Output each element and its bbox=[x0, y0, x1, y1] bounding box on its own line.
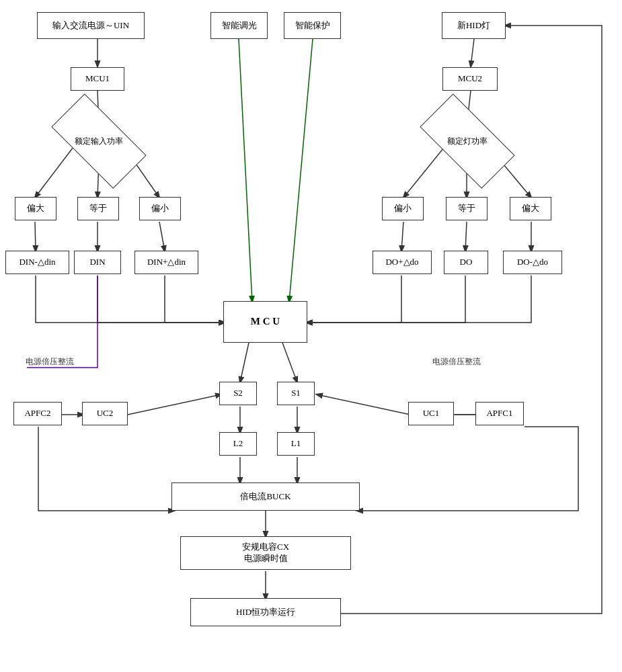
s2-label: S2 bbox=[233, 388, 243, 399]
s2-box: S2 bbox=[219, 382, 257, 405]
xinhid-box: 新HID灯 bbox=[442, 12, 506, 39]
apfc1-label: APFC1 bbox=[486, 408, 512, 419]
din-box: DIN bbox=[74, 251, 121, 274]
apfc2-box: APFC2 bbox=[13, 402, 62, 425]
power-label-right: 电源倍压整流 bbox=[432, 356, 481, 368]
svg-line-19 bbox=[282, 343, 297, 382]
deng-yu-label: 等于 bbox=[89, 203, 107, 214]
din-plus-label: DIN+△din bbox=[147, 257, 186, 268]
do-label: DO bbox=[460, 257, 473, 268]
pian-da-box: 偏大 bbox=[15, 197, 56, 220]
mcu1-box: MCU1 bbox=[71, 67, 124, 91]
zhitiao-box: 智能调光 bbox=[210, 12, 268, 39]
extra-power-diamond: 额定输入功率 bbox=[55, 118, 143, 165]
uc2-box: UC2 bbox=[82, 402, 128, 425]
hid-run-label: HID恒功率运行 bbox=[236, 607, 295, 618]
mcu1-label: MCU1 bbox=[85, 73, 110, 85]
pian-da2-box: 偏大 bbox=[510, 197, 551, 220]
din-minus-box: DIN-△din bbox=[5, 251, 69, 274]
do-minus-box: DO-△do bbox=[503, 251, 562, 274]
power-label-left: 电源倍压整流 bbox=[26, 356, 74, 368]
zhibao-label: 智能保护 bbox=[295, 20, 330, 32]
s1-box: S1 bbox=[277, 382, 315, 405]
power-left-label: 电源倍压整流 bbox=[26, 357, 74, 366]
apfc2-label: APFC2 bbox=[24, 408, 50, 419]
svg-line-18 bbox=[240, 343, 249, 382]
hid-run-box: HID恒功率运行 bbox=[190, 598, 341, 626]
extra-power-label: 额定输入功率 bbox=[75, 136, 123, 146]
apfc1-box: APFC1 bbox=[475, 402, 524, 425]
uc1-label: UC1 bbox=[423, 408, 440, 419]
deng-yu-box: 等于 bbox=[77, 197, 119, 220]
do-plus-box: DO+△do bbox=[373, 251, 432, 274]
svg-line-9 bbox=[289, 39, 313, 302]
l1-label: L1 bbox=[291, 438, 301, 450]
mcu2-box: MCU2 bbox=[442, 67, 498, 91]
svg-line-10 bbox=[471, 39, 474, 67]
din-minus-label: DIN-△din bbox=[19, 257, 55, 268]
zhitiao-label: 智能调光 bbox=[222, 20, 257, 32]
cx-label: 安规电容CX 电源瞬时值 bbox=[242, 542, 289, 564]
mcu2-label: MCU2 bbox=[458, 73, 482, 85]
extra-deng-label: 额定灯功率 bbox=[447, 136, 488, 146]
cx-box: 安规电容CX 电源瞬时值 bbox=[180, 536, 351, 570]
svg-line-15 bbox=[401, 222, 403, 251]
uin-label: 输入交流电源～UIN bbox=[52, 20, 129, 32]
flowchart-diagram: 输入交流电源～UIN MCU1 额定输入功率 偏大 等于 偏小 DIN-△din… bbox=[0, 0, 622, 672]
pian-xiao2-box: 偏小 bbox=[382, 197, 424, 220]
svg-line-27 bbox=[128, 394, 221, 415]
zhibao-box: 智能保护 bbox=[284, 12, 341, 39]
xinhid-label: 新HID灯 bbox=[457, 20, 490, 32]
s1-label: S1 bbox=[291, 388, 301, 399]
power-right-label: 电源倍压整流 bbox=[432, 357, 481, 366]
uin-box: 输入交流电源～UIN bbox=[37, 12, 145, 39]
pian-da2-label: 偏大 bbox=[522, 203, 539, 214]
l1-box: L1 bbox=[277, 432, 315, 456]
deng-yu2-box: 等于 bbox=[446, 197, 488, 220]
mcu-box: M C U bbox=[223, 301, 307, 343]
do-minus-label: DO-△do bbox=[517, 257, 548, 268]
pian-xiao-label: 偏小 bbox=[151, 203, 169, 214]
svg-line-16 bbox=[465, 222, 467, 251]
pian-xiao2-label: 偏小 bbox=[394, 203, 412, 214]
deng-yu2-label: 等于 bbox=[458, 203, 475, 214]
svg-line-30 bbox=[317, 394, 410, 415]
uc1-box: UC1 bbox=[408, 402, 454, 425]
din-label: DIN bbox=[89, 257, 105, 268]
svg-line-8 bbox=[239, 39, 252, 302]
svg-line-5 bbox=[35, 222, 36, 251]
uc2-label: UC2 bbox=[97, 408, 114, 419]
l2-box: L2 bbox=[219, 432, 257, 456]
extra-deng-diamond: 额定灯功率 bbox=[424, 118, 511, 165]
do-box: DO bbox=[444, 251, 488, 274]
buck-box: 倍电流BUCK bbox=[171, 482, 360, 511]
buck-label: 倍电流BUCK bbox=[240, 491, 290, 503]
l2-label: L2 bbox=[233, 438, 243, 450]
do-plus-label: DO+△do bbox=[385, 257, 418, 268]
pian-xiao-box: 偏小 bbox=[139, 197, 181, 220]
svg-line-7 bbox=[159, 222, 165, 251]
pian-da-label: 偏大 bbox=[27, 203, 44, 214]
mcu-label: M C U bbox=[251, 315, 280, 329]
din-plus-box: DIN+△din bbox=[134, 251, 198, 274]
